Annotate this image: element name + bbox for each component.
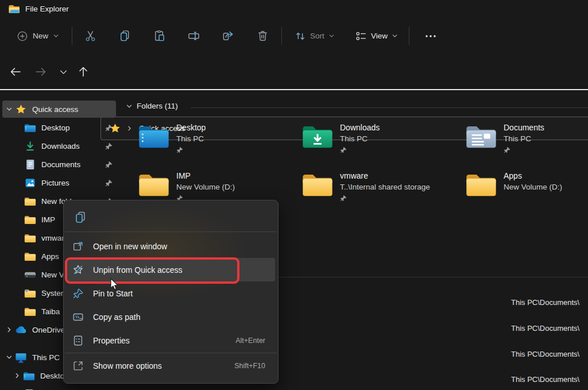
up-button[interactable] [74,63,92,81]
recent-file-path[interactable]: This PC\Documents\ [511,350,579,358]
see-more-button[interactable] [418,17,443,55]
folder-icon [24,250,36,262]
tile-documents[interactable]: Documents This PC [465,122,588,156]
sidebar-item-label: Downloads [41,142,80,150]
plus-circle-icon [16,30,29,43]
recent-file-path[interactable]: This PC\Documents\ [511,324,579,333]
chevron-right-icon [13,372,21,380]
cut-button[interactable] [79,17,102,55]
sidebar-item-label: Pictures [41,179,69,187]
chevron-down-icon [57,66,69,78]
tile-desktop[interactable]: Desktop This PC [138,122,296,156]
annotation-highlight-box [65,257,239,284]
menu-item-label: Show more options [93,361,162,370]
sidebar-item-label: Documents [41,160,80,169]
menu-item-show-more-options[interactable]: Show more options Shift+F10 [67,354,275,377]
copy-icon[interactable] [74,210,87,224]
menu-divider [65,231,277,232]
menu-item-copy-as-path[interactable]: Copy as path [67,305,275,329]
share-button[interactable] [216,17,239,55]
folders-section-header[interactable]: Folders (11) [125,102,178,110]
folder-icon [24,306,36,318]
star-icon [15,103,27,115]
sidebar-item-quick-access[interactable]: Quick access [2,101,116,118]
recent-locations-button[interactable] [54,63,72,81]
downloads-folder-icon [301,123,334,150]
mouse-cursor [108,277,122,291]
tile-location: T..\Internal shared storage [340,182,430,193]
file-explorer-app-icon [8,3,20,14]
desktop-folder-icon [23,370,35,382]
new-button-label: New [33,32,48,40]
chevron-down-icon [52,32,60,40]
chevron-down-icon [5,105,13,113]
sidebar-item-pictures[interactable]: Pictures [0,174,118,191]
menu-divider [65,353,277,353]
tile-apps[interactable]: Apps New Volume (D:) [465,170,588,204]
menu-item-pin-to-start[interactable]: Pin to Start [67,281,275,305]
menu-item-properties[interactable]: Properties Alt+Enter [67,329,275,352]
forward-button[interactable] [32,63,50,81]
pin-icon [105,179,113,187]
file-explorer-window: File Explorer New Sort [0,0,588,390]
sidebar-item-label: IMP [41,215,55,224]
sort-button[interactable]: Sort [287,17,342,55]
tile-downloads[interactable]: Downloads This PC [301,122,459,156]
new-button[interactable]: New [10,17,65,55]
window-title: File Explorer [25,5,69,13]
recent-file-path[interactable]: This PC\Documents\ [511,375,579,384]
paste-button[interactable] [148,17,171,55]
tile-vmware[interactable]: vmware T..\Internal shared storage [301,170,459,204]
pin-icon [504,146,510,153]
section-divider [191,107,588,108]
menu-item-open-in-new-window[interactable]: Open in new window [67,234,275,258]
copy-button[interactable] [113,17,136,55]
sidebar-item-label: OneDrive [32,326,65,334]
sidebar-item-desktop[interactable]: Desktop [0,119,118,136]
delete-button[interactable] [251,17,274,55]
toolbar-separator [281,27,282,45]
sidebar-item-label: Desktop [41,123,70,132]
sidebar-item-documents[interactable]: Documents [0,156,118,173]
up-arrow-icon [76,65,90,79]
share-icon [222,29,235,43]
rename-button[interactable] [182,17,205,55]
sort-button-label: Sort [310,32,324,40]
sidebar-item-label: Apps [41,252,59,261]
menu-item-label: Properties [93,336,130,345]
tile-name: Desktop [176,122,206,133]
folder-sparkle-icon [24,287,36,299]
folder-icon [301,171,334,198]
chevron-down-icon [328,32,335,40]
view-button[interactable]: View [348,17,405,55]
sidebar-item-label: Taiba [41,307,60,316]
folder-icon [24,232,36,244]
ellipsis-icon [424,29,438,43]
onedrive-cloud-icon [15,324,27,336]
sidebar-item-partial[interactable] [0,385,118,390]
sidebar-item-label: This PC [32,353,60,362]
tile-location: This PC [340,133,380,145]
toolbar-separator [72,27,72,45]
copy-path-icon [72,311,84,323]
tile-name: Documents [504,122,544,133]
tile-location: This PC [176,133,206,145]
show-more-options-icon [72,360,84,372]
toolbar-separator [409,27,409,45]
chevron-right-icon [5,326,13,334]
open-new-window-icon [72,240,84,253]
rename-icon [187,29,200,43]
tile-imp[interactable]: IMP New Volume (D:) [138,170,296,204]
monitor-icon [15,352,27,364]
document-icon [24,159,36,171]
recent-file-path[interactable]: This PC\Documents\ [511,298,579,307]
desktop-folder-icon [138,123,170,150]
back-button[interactable] [6,63,25,81]
sidebar-item-downloads[interactable]: Downloads [0,137,118,155]
document-icon [23,388,35,390]
documents-folder-icon [465,123,497,150]
context-menu: Open in new window Unpin from Quick acce… [63,200,278,384]
copy-icon [118,29,131,43]
command-bar: New Sort View [0,17,588,55]
pin-icon [105,142,113,150]
